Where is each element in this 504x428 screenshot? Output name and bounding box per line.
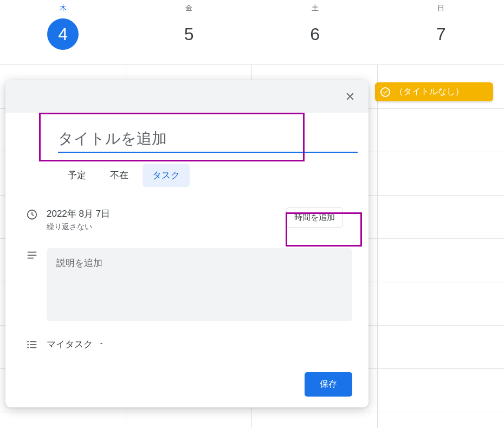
check-circle-icon — [380, 87, 390, 97]
date-text[interactable]: 2022年 8月 7日 — [47, 207, 110, 220]
add-time-button[interactable]: 時間を追加 — [286, 207, 343, 228]
task-list-row: マイタスク — [5, 338, 369, 351]
task-list-label: マイタスク — [47, 338, 93, 351]
task-chip-untitled[interactable]: （タイトルなし） — [375, 82, 493, 101]
clock-icon — [26, 207, 47, 221]
svg-point-8 — [27, 347, 29, 348]
svg-rect-2 — [28, 255, 37, 256]
task-list-select[interactable]: マイタスク — [47, 338, 105, 351]
day-label: 日 — [437, 3, 444, 13]
svg-rect-1 — [28, 252, 37, 253]
create-task-modal: 予定 不在 タスク 2022年 8月 7日 繰り返さない 時間を追加 マイタスク — [5, 80, 369, 407]
close-button[interactable] — [341, 88, 359, 105]
list-icon — [26, 338, 47, 351]
description-row — [5, 248, 369, 321]
calendar-header: 木 4 金 5 土 6 日 7 — [0, 0, 504, 65]
svg-rect-3 — [28, 258, 34, 259]
day-label: 金 — [185, 3, 192, 13]
calendar-day-col[interactable]: 木 4 — [0, 0, 126, 64]
svg-rect-9 — [30, 347, 36, 348]
tab-task[interactable]: タスク — [143, 164, 190, 187]
title-input[interactable] — [58, 128, 358, 153]
day-number[interactable]: 7 — [425, 18, 457, 50]
date-row: 2022年 8月 7日 繰り返さない 時間を追加 — [5, 207, 369, 232]
svg-rect-7 — [30, 344, 36, 345]
save-button[interactable]: 保存 — [305, 372, 352, 397]
chevron-down-icon — [98, 339, 105, 349]
calendar-day-col[interactable]: 土 6 — [252, 0, 378, 64]
day-number[interactable]: 5 — [173, 18, 205, 50]
repeat-text[interactable]: 繰り返さない — [47, 222, 110, 232]
day-label: 木 — [60, 3, 67, 13]
calendar-day-col[interactable]: 日 7 — [378, 0, 505, 64]
calendar-day-col[interactable]: 金 5 — [126, 0, 253, 64]
task-chip-label: （タイトルなし） — [395, 86, 464, 98]
modal-footer: 保存 — [5, 372, 369, 397]
day-label: 土 — [312, 3, 319, 13]
tab-ooo[interactable]: 不在 — [100, 164, 138, 187]
description-input[interactable] — [47, 248, 352, 321]
close-icon — [344, 90, 356, 102]
day-number[interactable]: 4 — [47, 18, 79, 50]
type-tabs: 予定 不在 タスク — [58, 164, 369, 187]
description-icon — [26, 248, 47, 261]
modal-header — [5, 80, 369, 113]
tab-event[interactable]: 予定 — [58, 164, 96, 187]
svg-point-4 — [27, 341, 29, 342]
day-number[interactable]: 6 — [299, 18, 331, 50]
svg-rect-5 — [30, 341, 36, 342]
svg-point-6 — [27, 344, 29, 346]
